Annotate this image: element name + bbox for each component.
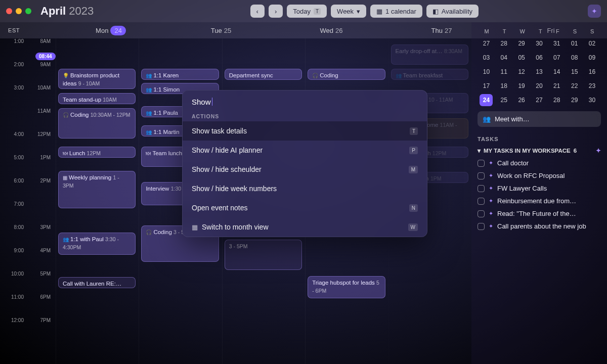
timezone-left: EST [0, 27, 28, 33]
time-row: 5:001PM [0, 155, 56, 178]
maximize-icon[interactable] [25, 8, 31, 14]
mini-day[interactable]: 02 [585, 37, 598, 50]
mini-day[interactable]: 13 [533, 66, 546, 78]
command-item[interactable]: Show / hide scheulderM [183, 160, 427, 179]
mini-day[interactable]: 03 [480, 52, 493, 64]
calendar-event[interactable]: 3 - 5PM [225, 240, 302, 270]
task-item[interactable]: ✦FW Lawyer Calls [478, 185, 601, 192]
mini-day[interactable]: 29 [568, 94, 581, 106]
checkbox[interactable] [478, 185, 485, 192]
mini-day[interactable]: 08 [568, 52, 581, 64]
calendar-event[interactable]: 👥1:1 with Paul 3:30 - 4:30PM [58, 233, 136, 255]
time-row: 11:006PM [0, 294, 56, 317]
mini-day[interactable]: 11 [497, 66, 510, 78]
command-item[interactable]: Show / hide week numbers [183, 179, 427, 198]
calendar-event[interactable]: 💡Brainstorm product ideas 9 - 10AM [58, 69, 136, 89]
calendar-event[interactable]: Triage hubspot for leads 5 - 6PM [308, 276, 385, 298]
time-row: 7:00 [0, 201, 56, 224]
mini-day[interactable]: 26 [515, 94, 528, 106]
checkbox[interactable] [478, 210, 485, 217]
mini-day[interactable]: 22 [568, 80, 581, 92]
mini-day[interactable]: 27 [480, 37, 493, 50]
mini-day[interactable]: 10 [480, 66, 493, 78]
calendar-event[interactable]: ▦Weekly planning 1 - 3PM [58, 171, 136, 208]
mini-day[interactable]: 20 [533, 80, 546, 92]
mini-day[interactable]: 19 [515, 80, 528, 92]
mini-dow: S [573, 28, 577, 34]
mini-day[interactable]: 16 [585, 66, 598, 78]
calendar-event[interactable]: Department sync [225, 69, 302, 80]
mini-day[interactable]: 17 [480, 80, 493, 92]
command-item[interactable]: Open event notesN [183, 198, 427, 217]
sparkle-icon[interactable]: ✦ [596, 147, 601, 154]
mini-calendar[interactable]: MTWTFSS 27282930310102030405060708091011… [478, 28, 601, 106]
task-item[interactable]: ✦Call doctor [478, 159, 601, 167]
availability-button[interactable]: ◧ Availability [426, 5, 479, 18]
day-header[interactable]: Wed26 [276, 27, 386, 34]
checkbox[interactable] [478, 223, 485, 230]
task-item[interactable]: ✦Reinbursement due from… [478, 197, 601, 205]
mini-day[interactable]: 21 [550, 80, 563, 92]
day-column[interactable]: 💡Brainstorm product ideas 9 - 10AMTeam s… [56, 38, 139, 364]
meet-with-button[interactable]: 👥 Meet with… [478, 111, 601, 127]
mini-day[interactable]: 23 [585, 80, 598, 92]
day-header[interactable]: Mon24 [56, 27, 166, 34]
task-item[interactable]: ✦Call parents about the new job [478, 222, 601, 230]
mini-day[interactable]: 06 [533, 52, 546, 64]
chevron-down-icon: ▾ [357, 8, 360, 15]
calendar-event[interactable]: 👥Team breakfast [391, 69, 468, 80]
checkbox[interactable] [478, 160, 485, 167]
mini-day[interactable]: 27 [533, 94, 546, 106]
today-button[interactable]: Today T [287, 5, 327, 18]
next-button[interactable]: › [269, 5, 283, 18]
calendar-event[interactable]: Call with Lauren RE:… [58, 277, 136, 288]
workspace-header[interactable]: ▾ MY TASKS IN MY WORKSPACE 6 ✦ [478, 147, 601, 154]
calendar-event[interactable]: 👥1:1 Karen [141, 69, 219, 80]
calendar-event[interactable]: Early drop-off at… 8:30AM [391, 44, 468, 65]
ai-sparkle-button[interactable]: ✦ [588, 5, 601, 18]
calendar-event[interactable]: 🎧Coding 10:30AM - 12PM [58, 108, 136, 139]
mini-day[interactable]: 24 [480, 94, 493, 106]
task-item[interactable]: ✦Read: "The Future of the… [478, 210, 601, 217]
mini-dow: S [590, 28, 594, 34]
mini-day[interactable]: 09 [585, 52, 598, 64]
mini-day[interactable]: 18 [497, 80, 510, 92]
command-item[interactable]: Show / hide AI plannerP [183, 141, 427, 160]
command-item[interactable]: Show task detailsT [183, 121, 427, 141]
mini-day[interactable]: 12 [515, 66, 528, 78]
close-icon[interactable] [6, 8, 12, 14]
minimize-icon[interactable] [16, 8, 22, 14]
task-item[interactable]: ✦Work on RFC Proposal [478, 172, 601, 179]
mini-day[interactable]: 30 [533, 37, 546, 50]
mini-day[interactable]: 30 [585, 94, 598, 106]
mini-day[interactable]: 07 [550, 52, 563, 64]
mini-day[interactable]: 25 [497, 94, 510, 106]
checkbox[interactable] [478, 172, 485, 179]
checkbox[interactable] [478, 198, 485, 205]
mini-day[interactable]: 28 [550, 94, 563, 106]
command-input[interactable]: Show [183, 90, 427, 111]
mini-day[interactable]: 28 [497, 37, 510, 50]
mini-day[interactable]: 15 [568, 66, 581, 78]
mini-day[interactable]: 14 [550, 66, 563, 78]
command-palette[interactable]: Show ACTIONS Show task detailsTShow / hi… [182, 90, 427, 237]
mini-day[interactable]: 01 [568, 37, 581, 50]
bolt-icon: ✦ [489, 185, 493, 192]
mini-day[interactable]: 31 [550, 37, 563, 50]
window-controls[interactable] [6, 8, 31, 14]
mini-day[interactable]: 04 [497, 52, 510, 64]
prev-button[interactable]: ‹ [250, 5, 265, 18]
mini-dow: T [539, 28, 542, 34]
mini-day[interactable]: 29 [515, 37, 528, 50]
calendars-button[interactable]: ▦ 1 calendar [370, 5, 422, 18]
calendar-event[interactable]: 🍽Lunch 12PM [58, 147, 136, 158]
mini-day[interactable]: 05 [515, 52, 528, 64]
day-header[interactable]: Tue25 [166, 27, 276, 34]
right-sidebar: MTWTFSS 27282930310102030405060708091011… [471, 22, 607, 364]
view-select[interactable]: Week ▾ [331, 5, 366, 18]
command-item[interactable]: ▦Switch to month viewW [183, 217, 427, 237]
calendar-event[interactable]: 🎧Coding [308, 69, 385, 80]
time-row: 6:002PM [0, 178, 56, 201]
bolt-icon: ✦ [489, 223, 493, 230]
calendar-event[interactable]: Team stand-up 10AM [58, 93, 136, 104]
